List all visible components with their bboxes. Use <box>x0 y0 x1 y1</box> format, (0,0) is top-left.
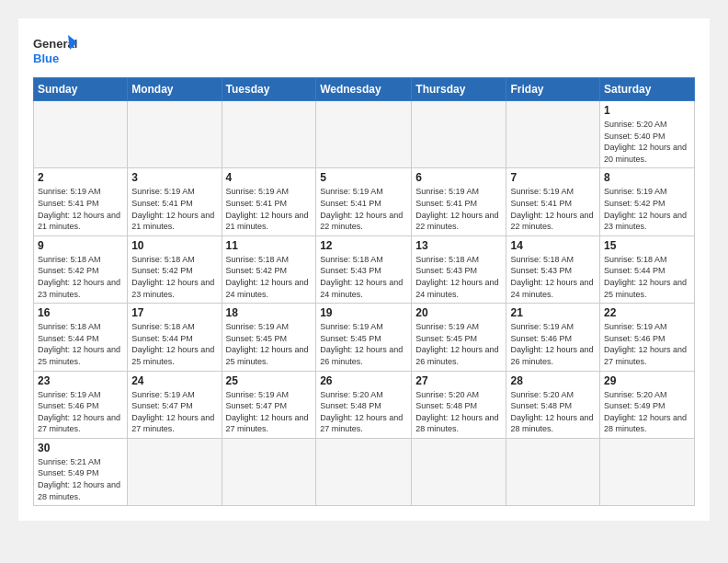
calendar-week-5: 23Sunrise: 5:19 AM Sunset: 5:46 PM Dayli… <box>34 371 695 438</box>
day-number: 8 <box>604 171 690 184</box>
calendar-day: 28Sunrise: 5:20 AM Sunset: 5:48 PM Dayli… <box>506 371 600 438</box>
calendar-day: 13Sunrise: 5:18 AM Sunset: 5:43 PM Dayli… <box>412 236 506 303</box>
calendar-day: 21Sunrise: 5:19 AM Sunset: 5:46 PM Dayli… <box>506 304 600 371</box>
weekday-tuesday: Tuesday <box>222 78 316 101</box>
day-number: 30 <box>38 442 123 454</box>
day-info: Sunrise: 5:19 AM Sunset: 5:42 PM Dayligh… <box>604 186 690 232</box>
calendar-day: 14Sunrise: 5:18 AM Sunset: 5:43 PM Dayli… <box>506 236 600 303</box>
day-number: 21 <box>510 306 596 319</box>
calendar-day: 25Sunrise: 5:19 AM Sunset: 5:47 PM Dayli… <box>222 371 316 438</box>
day-info: Sunrise: 5:20 AM Sunset: 5:40 PM Dayligh… <box>604 119 690 165</box>
calendar-day: 30Sunrise: 5:21 AM Sunset: 5:49 PM Dayli… <box>34 438 128 505</box>
day-number: 24 <box>131 374 217 387</box>
page: General Blue SundayMondayTuesdayWednesda… <box>18 18 710 521</box>
calendar-week-4: 16Sunrise: 5:18 AM Sunset: 5:44 PM Dayli… <box>34 304 695 371</box>
day-number: 2 <box>38 171 123 184</box>
calendar-day: 20Sunrise: 5:19 AM Sunset: 5:45 PM Dayli… <box>412 304 506 371</box>
calendar-day: 8Sunrise: 5:19 AM Sunset: 5:42 PM Daylig… <box>600 168 695 236</box>
day-number: 17 <box>131 306 217 319</box>
day-info: Sunrise: 5:18 AM Sunset: 5:42 PM Dayligh… <box>226 254 313 300</box>
svg-text:Blue: Blue <box>33 52 59 65</box>
weekday-friday: Friday <box>506 78 600 101</box>
calendar-day: 12Sunrise: 5:18 AM Sunset: 5:43 PM Dayli… <box>316 236 412 303</box>
day-number: 25 <box>226 374 313 387</box>
weekday-wednesday: Wednesday <box>316 78 412 101</box>
day-number: 1 <box>604 104 690 117</box>
day-info: Sunrise: 5:19 AM Sunset: 5:41 PM Dayligh… <box>226 186 313 232</box>
day-number: 10 <box>131 239 217 252</box>
weekday-sunday: Sunday <box>34 78 128 101</box>
day-info: Sunrise: 5:19 AM Sunset: 5:41 PM Dayligh… <box>131 186 217 232</box>
day-info: Sunrise: 5:19 AM Sunset: 5:46 PM Dayligh… <box>510 321 596 367</box>
day-number: 12 <box>320 239 407 252</box>
day-info: Sunrise: 5:18 AM Sunset: 5:42 PM Dayligh… <box>38 254 123 300</box>
day-info: Sunrise: 5:20 AM Sunset: 5:48 PM Dayligh… <box>510 389 596 435</box>
calendar-day: 9Sunrise: 5:18 AM Sunset: 5:42 PM Daylig… <box>34 236 128 303</box>
day-info: Sunrise: 5:18 AM Sunset: 5:44 PM Dayligh… <box>38 321 123 367</box>
day-number: 26 <box>320 374 407 387</box>
day-number: 20 <box>415 306 502 319</box>
day-number: 29 <box>604 374 690 387</box>
day-info: Sunrise: 5:20 AM Sunset: 5:48 PM Dayligh… <box>320 389 407 435</box>
day-number: 6 <box>415 171 502 184</box>
calendar-day <box>222 438 316 505</box>
calendar-day: 1Sunrise: 5:20 AM Sunset: 5:40 PM Daylig… <box>600 101 695 168</box>
calendar-day: 24Sunrise: 5:19 AM Sunset: 5:47 PM Dayli… <box>128 371 222 438</box>
day-number: 5 <box>320 171 407 184</box>
day-info: Sunrise: 5:19 AM Sunset: 5:47 PM Dayligh… <box>226 389 313 435</box>
calendar-day <box>506 101 600 168</box>
calendar-day: 27Sunrise: 5:20 AM Sunset: 5:48 PM Dayli… <box>412 371 506 438</box>
day-info: Sunrise: 5:19 AM Sunset: 5:45 PM Dayligh… <box>415 321 502 367</box>
calendar-week-2: 2Sunrise: 5:19 AM Sunset: 5:41 PM Daylig… <box>34 168 695 236</box>
weekday-thursday: Thursday <box>412 78 506 101</box>
calendar-day: 6Sunrise: 5:19 AM Sunset: 5:41 PM Daylig… <box>412 168 506 236</box>
day-number: 19 <box>320 306 407 319</box>
day-number: 3 <box>131 171 217 184</box>
day-number: 18 <box>226 306 313 319</box>
calendar-day: 7Sunrise: 5:19 AM Sunset: 5:41 PM Daylig… <box>506 168 600 236</box>
calendar-day: 15Sunrise: 5:18 AM Sunset: 5:44 PM Dayli… <box>600 236 695 303</box>
day-info: Sunrise: 5:19 AM Sunset: 5:45 PM Dayligh… <box>320 321 407 367</box>
calendar-week-6: 30Sunrise: 5:21 AM Sunset: 5:49 PM Dayli… <box>34 438 695 505</box>
day-number: 11 <box>226 239 313 252</box>
calendar-day: 10Sunrise: 5:18 AM Sunset: 5:42 PM Dayli… <box>128 236 222 303</box>
calendar-day: 29Sunrise: 5:20 AM Sunset: 5:49 PM Dayli… <box>600 371 695 438</box>
calendar-day: 4Sunrise: 5:19 AM Sunset: 5:41 PM Daylig… <box>222 168 316 236</box>
day-info: Sunrise: 5:18 AM Sunset: 5:43 PM Dayligh… <box>415 254 502 300</box>
day-info: Sunrise: 5:18 AM Sunset: 5:44 PM Dayligh… <box>604 254 690 300</box>
weekday-saturday: Saturday <box>600 78 695 101</box>
calendar-day: 18Sunrise: 5:19 AM Sunset: 5:45 PM Dayli… <box>222 304 316 371</box>
day-number: 23 <box>38 374 123 387</box>
day-number: 9 <box>38 239 123 252</box>
logo-svg: General Blue <box>33 33 79 72</box>
header: General Blue <box>33 33 695 72</box>
day-info: Sunrise: 5:18 AM Sunset: 5:44 PM Dayligh… <box>131 321 217 367</box>
day-info: Sunrise: 5:19 AM Sunset: 5:41 PM Dayligh… <box>510 186 596 232</box>
day-info: Sunrise: 5:19 AM Sunset: 5:41 PM Dayligh… <box>415 186 502 232</box>
day-info: Sunrise: 5:19 AM Sunset: 5:46 PM Dayligh… <box>38 389 123 435</box>
day-number: 27 <box>415 374 502 387</box>
day-number: 14 <box>510 239 596 252</box>
day-info: Sunrise: 5:19 AM Sunset: 5:47 PM Dayligh… <box>131 389 217 435</box>
calendar-day <box>412 438 506 505</box>
day-info: Sunrise: 5:19 AM Sunset: 5:41 PM Dayligh… <box>38 186 123 232</box>
calendar-day: 22Sunrise: 5:19 AM Sunset: 5:46 PM Dayli… <box>600 304 695 371</box>
calendar-day <box>128 438 222 505</box>
calendar-day <box>316 101 412 168</box>
day-number: 16 <box>38 306 123 319</box>
calendar-day: 19Sunrise: 5:19 AM Sunset: 5:45 PM Dayli… <box>316 304 412 371</box>
calendar-day <box>506 438 600 505</box>
day-info: Sunrise: 5:20 AM Sunset: 5:48 PM Dayligh… <box>415 389 502 435</box>
day-info: Sunrise: 5:18 AM Sunset: 5:43 PM Dayligh… <box>320 254 407 300</box>
day-number: 4 <box>226 171 313 184</box>
day-info: Sunrise: 5:19 AM Sunset: 5:41 PM Dayligh… <box>320 186 407 232</box>
calendar-day: 5Sunrise: 5:19 AM Sunset: 5:41 PM Daylig… <box>316 168 412 236</box>
calendar-table: SundayMondayTuesdayWednesdayThursdayFrid… <box>33 77 695 506</box>
day-number: 22 <box>604 306 690 319</box>
day-info: Sunrise: 5:19 AM Sunset: 5:45 PM Dayligh… <box>226 321 313 367</box>
calendar-day: 2Sunrise: 5:19 AM Sunset: 5:41 PM Daylig… <box>34 168 128 236</box>
day-number: 28 <box>510 374 596 387</box>
day-info: Sunrise: 5:18 AM Sunset: 5:42 PM Dayligh… <box>131 254 217 300</box>
calendar-day <box>128 101 222 168</box>
calendar-day <box>412 101 506 168</box>
